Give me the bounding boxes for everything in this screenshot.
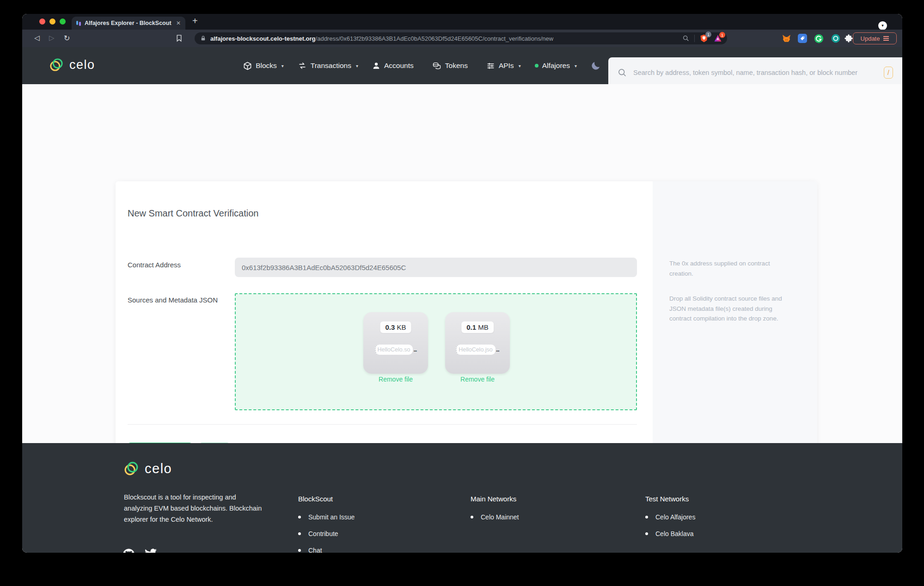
grammarly-extension-icon[interactable] (814, 34, 824, 43)
file-size-badge: 0.3 KB (380, 321, 411, 333)
footer-heading-main-networks: Main Networks (471, 495, 516, 503)
footer-link[interactable]: Celo Mainnet (471, 513, 519, 521)
file-size-badge: 0.1 MB (461, 321, 494, 333)
bullet-icon (298, 516, 301, 518)
back-button[interactable]: ◁ (34, 34, 40, 42)
remove-file-link[interactable]: Remove file (363, 376, 428, 383)
contract-address-label: Contract Address (128, 261, 181, 269)
moon-icon (591, 61, 601, 71)
celo-rings-icon (48, 56, 65, 73)
network-status-dot (535, 64, 538, 68)
shield-badge: 1 (705, 31, 711, 37)
teal-extension-icon[interactable] (831, 34, 840, 43)
site-navbar: celo Blocks▾ Transactions▾ Accounts Toke… (22, 47, 902, 84)
footer-brand-wordmark: celo (145, 461, 172, 476)
minimize-window-button[interactable] (49, 19, 55, 25)
browser-toolbar: ◁ ▷ ↻ alfajores-blockscout.celo-testnet.… (22, 30, 902, 47)
celo-rings-icon (122, 460, 140, 477)
footer-heading-blockscout: BlockScout (298, 495, 333, 503)
page-title: New Smart Contract Verification (128, 208, 258, 219)
search-input[interactable] (633, 69, 877, 76)
update-label: Update (861, 35, 880, 42)
site-footer: celo Blockscout is a tool for inspecting… (22, 443, 902, 553)
url-bar[interactable]: alfajores-blockscout.celo-testnet.org/ad… (195, 32, 727, 44)
close-window-button[interactable] (39, 19, 45, 25)
maximize-window-button[interactable] (60, 19, 66, 25)
sliders-icon (486, 62, 495, 70)
footer-link[interactable]: Chat (298, 547, 322, 553)
nav-menu: Blocks▾ Transactions▾ Accounts Tokens AP… (243, 47, 601, 84)
chevron-down-icon: ▾ (356, 63, 358, 68)
coins-icon (432, 62, 441, 70)
footer-celo-logo[interactable]: celo (122, 460, 172, 477)
celo-logo[interactable]: celo (48, 56, 95, 73)
uploaded-file-card: 0.3 KB HelloCelo.so ... (363, 312, 428, 374)
footer-link[interactable]: Celo Baklava (645, 530, 694, 537)
tab-close-icon[interactable]: ✕ (176, 20, 181, 26)
bookmark-icon[interactable] (175, 34, 183, 43)
bullet-icon (645, 532, 648, 535)
search-shortcut-badge: / (884, 67, 893, 79)
dark-mode-toggle[interactable] (591, 61, 601, 71)
file-name: HelloCelo.jso (456, 345, 496, 355)
github-icon[interactable] (123, 549, 135, 553)
nav-item-accounts[interactable]: Accounts (372, 62, 418, 70)
titlebar: Alfajores Explorer - BlockScout ✕ + ▼ (22, 14, 902, 30)
footer-link[interactable]: Contribute (298, 530, 338, 537)
reload-button[interactable]: ↻ (64, 34, 70, 43)
section-divider (128, 424, 637, 425)
network-selector[interactable]: Alfajores▾ (535, 62, 577, 70)
browser-window: Alfajores Explorer - BlockScout ✕ + ▼ ◁ … (22, 14, 902, 553)
file-dropzone[interactable] (235, 293, 637, 410)
nav-item-transactions[interactable]: Transactions▾ (298, 62, 358, 70)
footer-link[interactable]: Celo Alfajores (645, 513, 695, 521)
new-tab-button[interactable]: + (192, 16, 198, 26)
update-browser-button[interactable]: Update (853, 32, 897, 44)
contract-address-input[interactable] (235, 258, 637, 277)
metamask-extension-icon[interactable] (782, 34, 791, 43)
person-icon (372, 62, 380, 70)
adguard-triangle-icon[interactable]: 1 (713, 34, 722, 43)
transactions-icon (298, 62, 307, 70)
triangle-badge: 1 (719, 32, 725, 38)
nav-item-blocks[interactable]: Blocks▾ (243, 62, 284, 70)
lock-icon (200, 35, 206, 42)
cube-icon (243, 62, 252, 70)
page-background: New Smart Contract Verification Contract… (22, 84, 902, 443)
menu-icon (883, 35, 889, 42)
footer-heading-test-networks: Test Networks (645, 495, 689, 503)
help-sidebar (653, 181, 817, 488)
search-icon (618, 68, 627, 77)
contract-address-help: The 0x address supplied on contract crea… (669, 259, 786, 278)
footer-description: Blockscout is a tool for inspecting and … (124, 492, 265, 525)
nav-item-apis[interactable]: APIs▾ (486, 62, 521, 70)
forward-button[interactable]: ▷ (49, 34, 55, 42)
file-name: HelloCelo.so (375, 345, 413, 355)
tag-extension-icon[interactable] (798, 34, 807, 43)
twitter-icon[interactable] (145, 549, 157, 553)
url-domain: alfajores-blockscout.celo-testnet.org (210, 35, 316, 42)
file-name-ellipsis: ... (496, 346, 499, 353)
bullet-icon (298, 549, 301, 552)
verification-card: New Smart Contract Verification Contract… (116, 181, 817, 488)
file-name-ellipsis: ... (413, 346, 416, 353)
uploaded-file-card: 0.1 MB HelloCelo.jso ... (445, 312, 510, 374)
nav-item-tokens[interactable]: Tokens (432, 62, 472, 70)
tab-search-button[interactable]: ▼ (878, 21, 887, 30)
zoom-page-icon[interactable] (682, 35, 690, 42)
url-path: /address/0x613f2b93386A3B1AdEc0bA52063Df… (316, 35, 554, 42)
brand-wordmark: celo (69, 58, 95, 72)
extensions-puzzle-icon[interactable] (844, 34, 853, 43)
bullet-icon (645, 516, 648, 518)
brave-shield-icon[interactable]: 1 (699, 33, 709, 43)
remove-file-link[interactable]: Remove file (445, 376, 510, 383)
footer-link[interactable]: Submit an Issue (298, 513, 355, 521)
bullet-icon (471, 516, 473, 518)
sources-help: Drop all Solidity contract source files … (669, 294, 786, 324)
chevron-down-icon: ▾ (281, 63, 284, 68)
tab-title: Alfajores Explorer - BlockScout (85, 20, 172, 26)
chevron-down-icon: ▼ (881, 24, 885, 28)
chevron-down-icon: ▾ (519, 63, 521, 68)
browser-tab[interactable]: Alfajores Explorer - BlockScout ✕ (72, 17, 185, 30)
search-bar: / (608, 57, 902, 88)
